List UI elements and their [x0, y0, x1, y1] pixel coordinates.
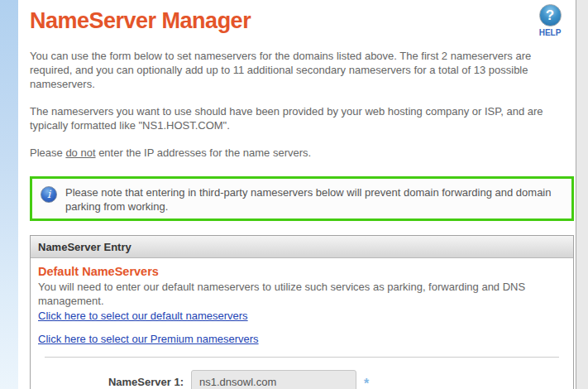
select-default-nameservers-link[interactable]: Click here to select our default nameser…	[38, 310, 248, 322]
main-content: ? HELP NameServer Manager You can use th…	[18, 0, 576, 389]
intro-paragraph-3: Please do not enter the IP addresses for…	[30, 146, 569, 160]
info-icon: i	[41, 186, 57, 203]
intro-p3-prefix: Please	[30, 146, 65, 159]
default-nameservers-heading: Default NameServers	[38, 265, 566, 278]
panel-header: NameServer Entry	[31, 236, 573, 258]
intro-p3-suffix: enter the IP addresses for the name serv…	[96, 146, 312, 159]
page-title: NameServer Manager	[30, 8, 569, 34]
left-background-strip	[0, 0, 18, 389]
help-button[interactable]: ? HELP	[536, 4, 564, 37]
section-divider	[45, 357, 559, 358]
help-question-icon[interactable]: ?	[539, 4, 562, 26]
intro-paragraph-1: You can use the form below to set namese…	[30, 49, 569, 91]
default-nameservers-description: You will need to enter our default names…	[38, 280, 566, 308]
nameserver-row-1: NameServer 1: *	[38, 370, 566, 389]
notice-text: Please note that entering in third-party…	[65, 184, 562, 214]
intro-text: You can use the form below to set namese…	[30, 49, 569, 160]
premium-link-row: Click here to select our Premium nameser…	[38, 331, 566, 346]
intro-p3-do-not: do not	[65, 146, 95, 159]
vertical-scrollbar[interactable]	[576, 0, 588, 389]
required-asterisk-icon: *	[364, 372, 369, 389]
default-link-row: Click here to select our default nameser…	[38, 308, 566, 323]
third-party-notice: i Please note that entering in third-par…	[30, 176, 574, 221]
nameserver-entry-panel: NameServer Entry Default NameServers You…	[30, 235, 574, 389]
select-premium-nameservers-link[interactable]: Click here to select our Premium nameser…	[38, 333, 259, 345]
panel-body: Default NameServers You will need to ent…	[31, 258, 573, 389]
nameserver-1-label: NameServer 1:	[38, 376, 185, 388]
nameserver-1-input[interactable]	[191, 370, 356, 389]
help-label[interactable]: HELP	[536, 28, 564, 37]
intro-paragraph-2: The nameservers you want to use should h…	[30, 104, 569, 132]
